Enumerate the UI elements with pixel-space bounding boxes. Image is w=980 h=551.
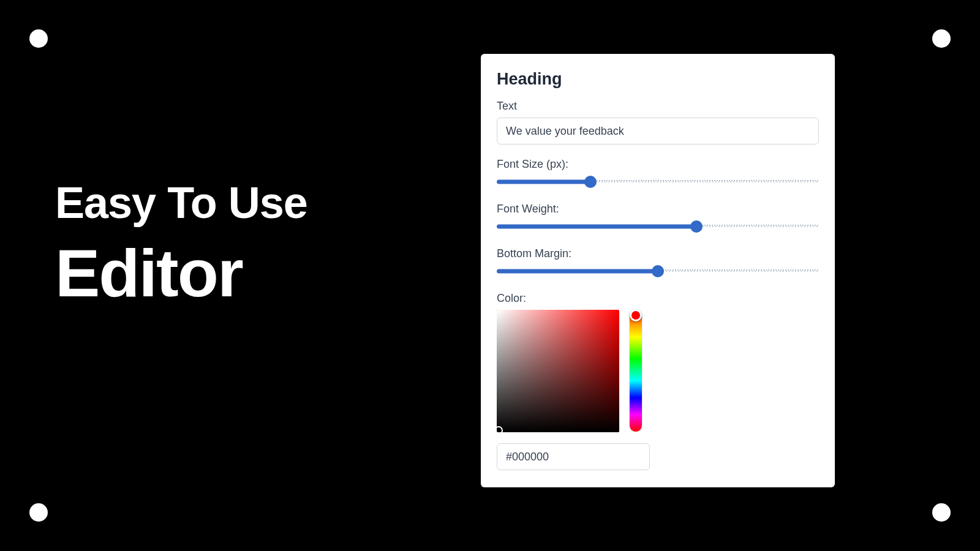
editor-panel: Heading Text Font Size (px): Font Weight… [481,54,835,487]
text-field-label: Text [497,100,819,113]
font-weight-label: Font Weight: [497,203,819,216]
heading-text-input[interactable] [497,118,819,144]
bottom-margin-label: Bottom Margin: [497,247,819,260]
hue-thumb[interactable] [630,309,642,321]
marketing-headline: Easy To Use Editor [55,178,307,312]
decorative-dot [29,503,48,522]
font-weight-slider-block: Font Weight: [497,203,819,231]
font-size-slider-block: Font Size (px): [497,158,819,187]
slider-fill [497,225,696,229]
headline-line-2: Editor [55,234,307,312]
color-picker [497,310,819,432]
decorative-dot [932,29,951,48]
font-size-label: Font Size (px): [497,158,819,171]
slider-thumb[interactable] [584,176,597,188]
slider-fill [497,269,658,274]
panel-title: Heading [497,70,819,89]
headline-line-1: Easy To Use [55,178,307,228]
hue-slider[interactable] [629,310,643,432]
decorative-dot [29,29,48,48]
bottom-margin-slider[interactable] [497,266,819,276]
saturation-value-field[interactable] [497,310,619,432]
font-size-slider[interactable] [497,177,819,187]
color-label: Color: [497,292,819,305]
slider-fill [497,180,590,184]
font-weight-slider[interactable] [497,222,819,231]
slider-thumb[interactable] [690,220,703,233]
slider-thumb[interactable] [652,265,664,277]
bottom-margin-slider-block: Bottom Margin: [497,247,819,276]
color-hex-input[interactable] [497,443,650,470]
decorative-dot [932,503,951,522]
text-field-block: Text [497,100,819,144]
